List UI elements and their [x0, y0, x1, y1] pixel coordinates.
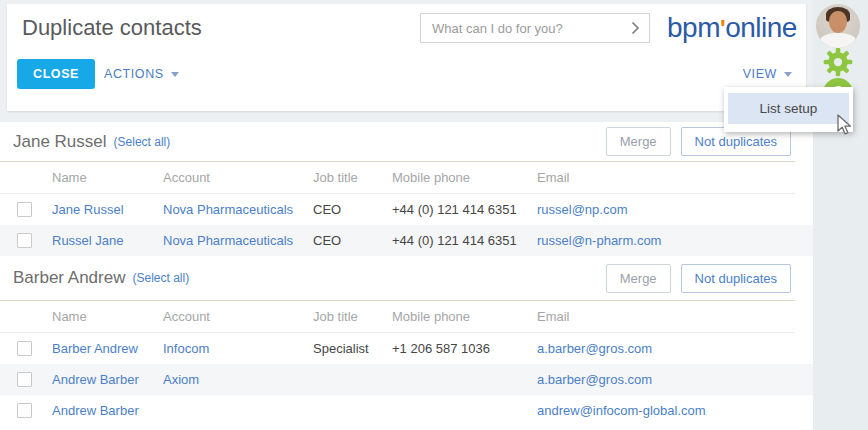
email-link[interactable]: a.barber@gros.com	[537, 341, 813, 356]
mobile-phone-cell: +44 (0) 121 414 6351	[392, 202, 537, 217]
email-link[interactable]: russel@n-pharm.com	[537, 233, 813, 248]
table-header-row: Name Account Job title Mobile phone Emai…	[0, 301, 795, 333]
group-title: Barber Andrew	[13, 268, 125, 288]
column-header-mobile-phone: Mobile phone	[392, 309, 537, 324]
row-checkbox[interactable]	[17, 233, 32, 248]
table-row: Andrew Barber Axiom a.barber@gros.com	[0, 364, 813, 395]
contact-name-link[interactable]: Jane Russel	[52, 202, 163, 217]
avatar-face	[829, 11, 847, 33]
column-header-account: Account	[163, 170, 313, 185]
table-row: Russel Jane Nova Pharmaceuticals CEO +44…	[0, 225, 813, 256]
bpmonline-logo: bpm'online	[667, 12, 797, 44]
contact-name-link[interactable]: Andrew Barber	[52, 403, 163, 418]
column-header-job-title: Job title	[313, 170, 392, 185]
contact-name-link[interactable]: Andrew Barber	[52, 372, 163, 387]
email-link[interactable]: a.barber@gros.com	[537, 372, 813, 387]
duplicate-group: Barber Andrew (Select all) Merge Not dup…	[0, 256, 813, 426]
merge-button[interactable]: Merge	[606, 264, 671, 293]
contact-name-link[interactable]: Russel Jane	[52, 233, 163, 248]
view-button[interactable]: VIEW	[743, 67, 792, 81]
mobile-phone-cell: +44 (0) 121 414 6351	[392, 233, 537, 248]
not-duplicates-button[interactable]: Not duplicates	[681, 264, 791, 293]
view-dropdown-menu: List setup	[724, 87, 853, 132]
job-title-cell: CEO	[313, 202, 392, 217]
caret-down-icon	[171, 72, 179, 77]
account-link[interactable]: Nova Pharmaceuticals	[163, 202, 313, 217]
select-all-link[interactable]: (Select all)	[114, 135, 171, 149]
row-checkbox[interactable]	[17, 372, 32, 387]
duplicate-group: Jane Russel (Select all) Merge Not dupli…	[0, 122, 813, 256]
column-header-name: Name	[52, 309, 163, 324]
column-header-email: Email	[537, 170, 795, 185]
logo-part-bpm: bpm	[667, 12, 720, 43]
mobile-phone-cell: +1 206 587 1036	[392, 341, 537, 356]
column-header-mobile-phone: Mobile phone	[392, 170, 537, 185]
group-header: Jane Russel (Select all) Merge Not dupli…	[0, 122, 795, 162]
command-line-search	[420, 13, 650, 43]
row-checkbox[interactable]	[17, 202, 32, 217]
row-checkbox[interactable]	[17, 341, 32, 356]
group-buttons: Merge Not duplicates	[606, 264, 791, 293]
actions-button[interactable]: ACTIONS	[104, 67, 179, 81]
row-checkbox[interactable]	[17, 403, 32, 418]
account-link[interactable]: Nova Pharmaceuticals	[163, 233, 313, 248]
menu-item-list-setup[interactable]: List setup	[728, 93, 849, 124]
page-title: Duplicate contacts	[22, 15, 202, 41]
job-title-cell: CEO	[313, 233, 392, 248]
view-button-label: VIEW	[743, 67, 777, 81]
user-avatar[interactable]	[816, 4, 860, 48]
search-submit-icon[interactable]	[621, 14, 649, 42]
logo-part-online: online	[725, 12, 797, 43]
job-title-cell: Specialist	[313, 341, 392, 356]
email-link[interactable]: russel@np.com	[537, 202, 813, 217]
search-input[interactable]	[421, 21, 621, 36]
column-header-email: Email	[537, 309, 795, 324]
close-button[interactable]: CLOSE	[17, 59, 95, 89]
gear-icon	[823, 47, 853, 77]
column-header-account: Account	[163, 309, 313, 324]
account-link[interactable]: Axiom	[163, 372, 313, 387]
table-row: Jane Russel Nova Pharmaceuticals CEO +44…	[0, 194, 813, 225]
account-link[interactable]: Infocom	[163, 341, 313, 356]
select-all-link[interactable]: (Select all)	[132, 271, 189, 285]
group-title: Jane Russel	[13, 132, 107, 152]
contact-name-link[interactable]: Barber Andrew	[52, 341, 163, 356]
column-header-name: Name	[52, 170, 163, 185]
table-header-row: Name Account Job title Mobile phone Emai…	[0, 162, 795, 194]
group-header: Barber Andrew (Select all) Merge Not dup…	[0, 256, 795, 301]
table-row: Andrew Barber andrew@infocom-global.com	[0, 395, 813, 426]
actions-button-label: ACTIONS	[104, 67, 164, 81]
duplicates-list: Jane Russel (Select all) Merge Not dupli…	[0, 122, 813, 430]
email-link[interactable]: andrew@infocom-global.com	[537, 403, 813, 418]
column-header-job-title: Job title	[313, 309, 392, 324]
page-header-panel: Duplicate contacts bpm'online CLOSE ACTI…	[7, 4, 806, 111]
caret-down-icon	[784, 72, 792, 77]
merge-button[interactable]: Merge	[606, 127, 671, 156]
table-row: Barber Andrew Infocom Specialist +1 206 …	[0, 333, 813, 364]
settings-gear-icon[interactable]	[822, 46, 854, 78]
